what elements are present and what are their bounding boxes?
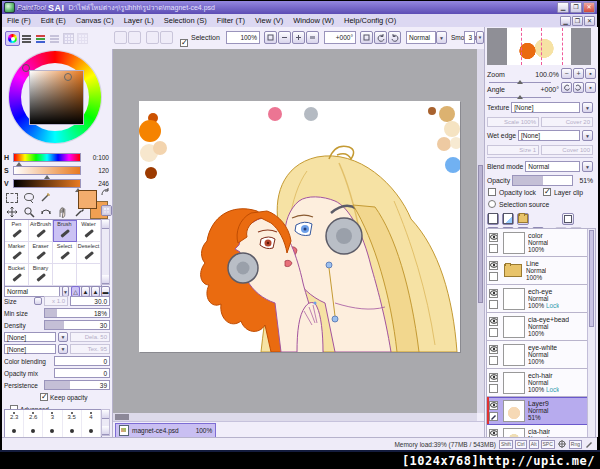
- layer-row-cia-eye+bead[interactable]: cia-eye+beadNormal100%: [487, 313, 595, 341]
- layer-extra-toggle[interactable]: [489, 244, 498, 253]
- size-value-box[interactable]: 30.0: [70, 296, 110, 306]
- layer-row-ech-eye[interactable]: ech-eyeNormal100%Lock: [487, 285, 595, 313]
- eyedropper-tool[interactable]: [72, 205, 87, 218]
- setting-dropdown-button[interactable]: ▼: [58, 332, 68, 342]
- layer-extra-toggle[interactable]: [489, 412, 498, 421]
- canvas-background[interactable]: [113, 49, 484, 413]
- zoom-tool[interactable]: [21, 205, 36, 218]
- paint-mode-dropdown[interactable]: Normal: [406, 31, 436, 44]
- menu-view[interactable]: View (V): [250, 16, 288, 25]
- layer-opacity-slider[interactable]: [512, 175, 573, 186]
- menu-layer[interactable]: Layer (L): [119, 16, 159, 25]
- tool-water[interactable]: Water: [77, 220, 101, 242]
- blend-mode-dropdown[interactable]: Normal: [525, 161, 580, 172]
- canvas-horizontal-scrollbar[interactable]: [113, 413, 477, 421]
- setting-slider[interactable]: 39: [44, 380, 110, 390]
- maximize-button[interactable]: ❐: [570, 2, 582, 13]
- layer-row-ech-hair[interactable]: ech-hairNormal100%Lock: [487, 369, 595, 397]
- navigator[interactable]: [487, 28, 591, 65]
- setting-dropdown[interactable]: [None]: [4, 332, 56, 342]
- wet-edge-dropdown[interactable]: [None]: [518, 130, 580, 141]
- close-button[interactable]: ✕: [583, 2, 595, 13]
- undo-button[interactable]: [114, 31, 127, 44]
- deselect-button[interactable]: [146, 31, 159, 44]
- tool-pen[interactable]: Pen: [5, 220, 29, 242]
- invert-selection-button[interactable]: [160, 31, 173, 44]
- rotate-cw-button[interactable]: [388, 31, 401, 44]
- smoothing-dropdown-button[interactable]: ▼: [476, 31, 484, 44]
- paint-mode-dropdown-button[interactable]: ▼: [436, 31, 447, 44]
- rgb-slider-panel-toggle[interactable]: [19, 31, 34, 46]
- saturation-value-square[interactable]: [29, 70, 84, 125]
- selection-source-radio[interactable]: [488, 200, 496, 208]
- menu-window[interactable]: Window (W): [288, 16, 339, 25]
- preset-size-3.5[interactable]: 3.5: [63, 410, 82, 425]
- menu-canvas[interactable]: Canvas (C): [71, 16, 119, 25]
- doc-close-button[interactable]: ✕: [584, 16, 595, 26]
- nav-rotate-reset-button[interactable]: ▪: [585, 82, 596, 93]
- preset-size-large-3[interactable]: [43, 425, 62, 438]
- hue-slider[interactable]: [13, 153, 81, 162]
- new-folder-button[interactable]: [517, 213, 529, 225]
- layer-visibility-toggle[interactable]: [489, 401, 498, 410]
- tool-deselect[interactable]: Deselect: [77, 242, 101, 264]
- size-unit-button[interactable]: [34, 297, 42, 305]
- tool-binary[interactable]: Binary: [29, 264, 53, 286]
- color-history-button[interactable]: [101, 205, 112, 216]
- setting-value-box[interactable]: 0: [54, 368, 110, 378]
- lasso-tool[interactable]: [21, 191, 36, 204]
- swatches-panel-toggle[interactable]: [61, 31, 76, 46]
- canvas-vertical-scrollbar[interactable]: [477, 49, 484, 413]
- nav-zoom-out-button[interactable]: −: [561, 68, 572, 79]
- tool-grid-scrollbar[interactable]: [101, 219, 110, 285]
- zoom-in-button[interactable]: [292, 31, 305, 44]
- zoom-value-box[interactable]: 100%: [226, 31, 260, 44]
- value-slider[interactable]: [13, 179, 81, 188]
- preset-size-large-2.6[interactable]: [24, 425, 43, 438]
- size-multiplier[interactable]: x 1.0: [44, 296, 68, 306]
- texture-dropdown-button[interactable]: ▼: [582, 102, 593, 113]
- layer-extra-toggle[interactable]: [489, 272, 498, 281]
- canvas-page[interactable]: [139, 101, 460, 352]
- smoothing-value-box[interactable]: 3: [464, 31, 475, 44]
- doc-restore-button[interactable]: ❐: [572, 16, 583, 26]
- minimize-button[interactable]: ▁: [557, 2, 569, 13]
- nav-rotate-ccw-button[interactable]: [561, 82, 572, 93]
- rotate-canvas-tool[interactable]: [38, 205, 53, 218]
- swap-colors-icon[interactable]: [101, 188, 110, 197]
- layer-visibility-toggle[interactable]: [489, 345, 498, 354]
- hsv-slider-panel-toggle[interactable]: [33, 31, 48, 46]
- layer-extra-toggle[interactable]: [489, 300, 498, 309]
- layer-visibility-toggle[interactable]: [489, 261, 498, 270]
- preset-size-4[interactable]: 4: [82, 410, 101, 425]
- setting-slider[interactable]: 18%: [44, 308, 110, 318]
- tool-marker[interactable]: Marker: [5, 242, 29, 264]
- preset-scrollbar[interactable]: [101, 409, 110, 436]
- saturation-slider[interactable]: [13, 166, 81, 175]
- doc-minimize-button[interactable]: ▁: [560, 16, 571, 26]
- layer-row-layer9[interactable]: Layer9Normal51%: [487, 397, 595, 425]
- wet-edge-dropdown-button[interactable]: ▼: [582, 130, 593, 141]
- new-layer-button[interactable]: [487, 213, 499, 225]
- tool-eraser[interactable]: Eraser: [29, 242, 53, 264]
- layer-mask-button[interactable]: [562, 213, 574, 225]
- color-mixer-panel-toggle[interactable]: [47, 31, 62, 46]
- rotate-ccw-button[interactable]: [374, 31, 387, 44]
- setting-slider[interactable]: 30: [44, 320, 110, 330]
- scratchpad-panel-toggle[interactable]: [75, 31, 90, 46]
- preset-size-3[interactable]: 3: [43, 410, 62, 425]
- setting-dropdown-button[interactable]: ▼: [58, 344, 68, 354]
- sv-cursor[interactable]: [64, 73, 72, 81]
- setting-value-box[interactable]: 0: [54, 356, 110, 366]
- nav-rotate-cw-button[interactable]: [573, 82, 584, 93]
- layer-extra-toggle[interactable]: [489, 328, 498, 337]
- opacity-lock-checkbox[interactable]: [488, 188, 496, 196]
- tool-airbrush[interactable]: AirBrush: [29, 220, 53, 242]
- nav-angle-slider[interactable]: [489, 94, 551, 98]
- nav-zoom-in-button[interactable]: +: [573, 68, 584, 79]
- layer-extra-toggle[interactable]: [489, 384, 498, 393]
- setting-dropdown[interactable]: [None]: [4, 344, 56, 354]
- zoom-reset-button[interactable]: [264, 31, 277, 44]
- preset-size-2.3[interactable]: 2.3: [5, 410, 24, 425]
- layer-clip-checkbox[interactable]: [543, 188, 551, 196]
